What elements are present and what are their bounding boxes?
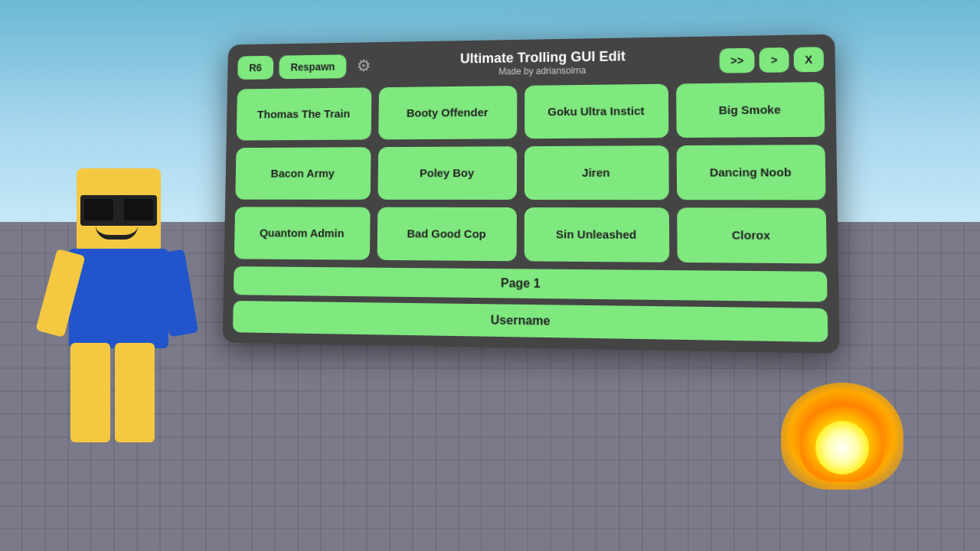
respawn-button[interactable]: Respawn xyxy=(279,54,347,79)
header-title: Ultimate Trolling GUI Edit Made by adria… xyxy=(371,47,720,78)
troll-btn-bad-good-cop[interactable]: Bad Good Cop xyxy=(377,207,517,262)
header-right: >> > X xyxy=(720,47,824,73)
troll-btn-thomas-the-train[interactable]: Thomas The Train xyxy=(237,87,371,140)
nav-double-button[interactable]: >> xyxy=(720,47,755,73)
header-left: R6 Respawn ⚙ xyxy=(237,54,371,79)
page-bar[interactable]: Page 1 xyxy=(234,266,828,302)
character-leg-left xyxy=(70,343,110,442)
character-leg-right xyxy=(115,343,155,442)
troll-btn-quantom-admin[interactable]: Quantom Admin xyxy=(234,207,370,259)
troll-btn-clorox[interactable]: Clorox xyxy=(677,207,827,263)
username-bar[interactable]: Username xyxy=(233,301,828,342)
troll-btn-dancing-noob[interactable]: Dancing Noob xyxy=(676,145,825,200)
nav-single-button[interactable]: > xyxy=(760,47,789,72)
roblox-character xyxy=(46,168,199,459)
troll-btn-goku-ultra-instict[interactable]: Goku Ultra Instict xyxy=(524,84,668,139)
gear-icon[interactable]: ⚙ xyxy=(357,56,371,75)
troll-btn-bacon-army[interactable]: Bacon Army xyxy=(235,147,371,200)
troll-btn-poley-boy[interactable]: Poley Boy xyxy=(377,146,517,200)
troll-btn-booty-offender[interactable]: Booty Offender xyxy=(378,86,518,139)
fire-core xyxy=(815,421,869,474)
gui-header: R6 Respawn ⚙ Ultimate Trolling GUI Edit … xyxy=(237,45,824,80)
fire-effect xyxy=(766,337,919,490)
troll-btn-big-smoke[interactable]: Big Smoke xyxy=(676,82,825,138)
troll-btn-jiren[interactable]: Jiren xyxy=(524,145,668,200)
character-smile xyxy=(96,226,138,240)
close-button[interactable]: X xyxy=(793,47,824,72)
gui-panel: R6 Respawn ⚙ Ultimate Trolling GUI Edit … xyxy=(223,34,840,354)
character-glasses xyxy=(80,195,157,226)
character-torso xyxy=(69,249,168,348)
troll-btn-sin-unleashed[interactable]: Sin Unleashed xyxy=(524,207,669,262)
r6-button[interactable]: R6 xyxy=(237,55,273,79)
troll-button-grid: Thomas The Train Booty Offender Goku Ult… xyxy=(234,82,827,263)
character-head xyxy=(77,168,161,253)
